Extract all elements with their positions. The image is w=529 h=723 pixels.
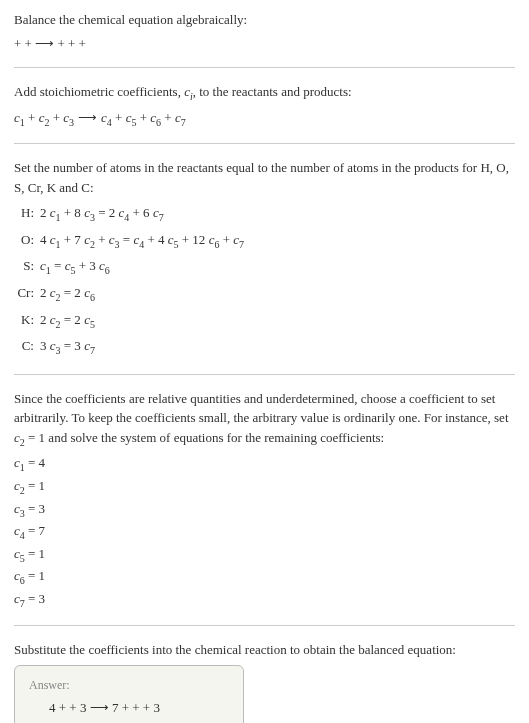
answer-label: Answer: xyxy=(29,676,229,694)
eq-text: 3 xyxy=(40,338,50,353)
stoich-text-b: , to the reactants and products: xyxy=(193,84,352,99)
atom-equation: 2 c2 = 2 c6 xyxy=(40,283,515,305)
coef-row: c4 = 7 xyxy=(14,521,515,543)
divider xyxy=(14,67,515,68)
atom-row: Cr:2 c2 = 2 c6 xyxy=(14,281,515,307)
atom-label: S: xyxy=(14,256,40,276)
plus: + xyxy=(136,110,150,125)
atom-row: S:c1 = c5 + 3 c6 xyxy=(14,254,515,280)
atom-row: O:4 c1 + 7 c2 + c3 = c4 + 4 c5 + 12 c6 +… xyxy=(14,228,515,254)
divider xyxy=(14,143,515,144)
coef-row: c7 = 3 xyxy=(14,589,515,611)
divider xyxy=(14,625,515,626)
under-text-b: = 1 and solve the system of equations fo… xyxy=(25,430,384,445)
eq-sub: 7 xyxy=(159,212,164,223)
atom-equation: c1 = c5 + 3 c6 xyxy=(40,256,515,278)
atom-label: K: xyxy=(14,310,40,330)
coef-row: c2 = 1 xyxy=(14,476,515,498)
eq-text: = 3 xyxy=(61,338,85,353)
stoich-text-a: Add stoichiometric coefficients, xyxy=(14,84,184,99)
intro-title: Balance the chemical equation algebraica… xyxy=(14,10,515,30)
coef-eq: = 3 xyxy=(25,501,45,516)
substitute-section: Substitute the coefficients into the che… xyxy=(14,640,515,724)
plus: + xyxy=(49,110,63,125)
eq-text: = 2 xyxy=(61,285,85,300)
atoms-text: Set the number of atoms in the reactants… xyxy=(14,158,515,197)
coef-eq: = 3 xyxy=(25,591,45,606)
coef-eq: = 1 xyxy=(25,546,45,561)
atom-label: H: xyxy=(14,203,40,223)
eq-text: + 3 xyxy=(75,258,99,273)
substitute-text: Substitute the coefficients into the che… xyxy=(14,640,515,660)
eq-text: = 2 xyxy=(61,312,85,327)
plus: + xyxy=(112,110,126,125)
atom-row: C:3 c3 = 3 c7 xyxy=(14,334,515,360)
coef-row: c5 = 1 xyxy=(14,544,515,566)
atom-row: H:2 c1 + 8 c3 = 2 c4 + 6 c7 xyxy=(14,201,515,227)
atom-table: H:2 c1 + 8 c3 = 2 c4 + 6 c7O:4 c1 + 7 c2… xyxy=(14,201,515,360)
eq-sub: 7 xyxy=(90,345,95,356)
stoich-text: Add stoichiometric coefficients, ci, to … xyxy=(14,82,515,104)
coef-sub: 7 xyxy=(181,116,186,127)
eq-sub: 6 xyxy=(90,292,95,303)
stoich-equation: c1 + c2 + c3 ⟶ c4 + c5 + c6 + c7 xyxy=(14,108,515,130)
plus: + xyxy=(25,110,39,125)
atom-label: C: xyxy=(14,336,40,356)
atom-label: O: xyxy=(14,230,40,250)
eq-text: = xyxy=(120,232,134,247)
intro-section: Balance the chemical equation algebraica… xyxy=(14,10,515,53)
answer-box: Answer: 4 + + 3 ⟶ 7 + + + 3 xyxy=(14,665,244,723)
coef-row: c1 = 4 xyxy=(14,453,515,475)
atom-equation: 2 c1 + 8 c3 = 2 c4 + 6 c7 xyxy=(40,203,515,225)
coef-eq: = 4 xyxy=(25,455,45,470)
intro-equation: + + ⟶ + + + xyxy=(14,34,515,54)
eq-text: + xyxy=(219,232,233,247)
eq-text: + 6 xyxy=(129,205,153,220)
underdetermined-section: Since the coefficients are relative quan… xyxy=(14,389,515,611)
coef-eq: = 1 xyxy=(25,478,45,493)
eq-text: 4 xyxy=(40,232,50,247)
stoich-section: Add stoichiometric coefficients, ci, to … xyxy=(14,82,515,129)
coef-eq: = 7 xyxy=(25,523,45,538)
plus: + xyxy=(161,110,175,125)
under-text-a: Since the coefficients are relative quan… xyxy=(14,391,509,426)
eq-text: + 12 xyxy=(179,232,209,247)
arrow: ⟶ xyxy=(74,108,101,128)
eq-text: = 2 xyxy=(95,205,119,220)
coef-list: c1 = 4c2 = 1c3 = 3c4 = 7c5 = 1c6 = 1c7 =… xyxy=(14,453,515,610)
atom-label: Cr: xyxy=(14,283,40,303)
atom-equation: 4 c1 + 7 c2 + c3 = c4 + 4 c5 + 12 c6 + c… xyxy=(40,230,515,252)
divider xyxy=(14,374,515,375)
eq-sub: 6 xyxy=(105,265,110,276)
atom-equation: 2 c2 = 2 c5 xyxy=(40,310,515,332)
eq-sub: 5 xyxy=(90,318,95,329)
atom-row: K:2 c2 = 2 c5 xyxy=(14,308,515,334)
eq-text: + xyxy=(95,232,109,247)
answer-equation: 4 + + 3 ⟶ 7 + + + 3 xyxy=(29,698,229,718)
underdetermined-text: Since the coefficients are relative quan… xyxy=(14,389,515,450)
eq-text: 2 xyxy=(40,285,50,300)
atoms-section: Set the number of atoms in the reactants… xyxy=(14,158,515,360)
coef-eq: = 1 xyxy=(25,568,45,583)
eq-text: + 7 xyxy=(61,232,85,247)
eq-text: 2 xyxy=(40,205,50,220)
atom-equation: 3 c3 = 3 c7 xyxy=(40,336,515,358)
coef-row: c3 = 3 xyxy=(14,499,515,521)
eq-text: = xyxy=(51,258,65,273)
eq-sub: 7 xyxy=(239,238,244,249)
eq-text: + 4 xyxy=(144,232,168,247)
eq-text: 2 xyxy=(40,312,50,327)
coef-row: c6 = 1 xyxy=(14,566,515,588)
eq-text: + 8 xyxy=(61,205,85,220)
